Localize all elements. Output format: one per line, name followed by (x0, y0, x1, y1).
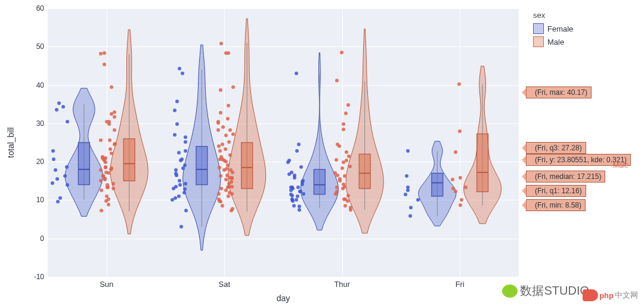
data-point[interactable] (219, 187, 223, 190)
data-point[interactable] (57, 101, 61, 105)
data-point[interactable] (301, 179, 305, 183)
data-point[interactable] (227, 104, 230, 107)
data-point[interactable] (173, 109, 177, 112)
data-point[interactable] (405, 174, 408, 178)
data-point[interactable] (113, 142, 117, 146)
data-point[interactable] (454, 190, 457, 193)
data-point[interactable] (228, 176, 232, 180)
data-point[interactable] (177, 151, 181, 154)
data-point[interactable] (177, 194, 181, 198)
data-point[interactable] (404, 193, 407, 196)
data-point[interactable] (457, 82, 461, 86)
data-point[interactable] (346, 103, 350, 107)
data-point[interactable] (99, 138, 103, 142)
data-point[interactable] (464, 186, 467, 189)
data-point[interactable] (183, 187, 187, 191)
data-point[interactable] (103, 51, 106, 55)
legend[interactable]: sex Female Male (533, 11, 573, 50)
data-point[interactable] (179, 225, 183, 228)
data-point[interactable] (112, 182, 115, 186)
data-point[interactable] (406, 186, 410, 189)
data-point[interactable] (51, 181, 54, 185)
data-point[interactable] (454, 150, 457, 154)
data-point[interactable] (335, 186, 339, 189)
data-point[interactable] (108, 138, 112, 142)
data-point[interactable] (217, 197, 221, 201)
data-point[interactable] (219, 174, 222, 178)
data-point[interactable] (224, 178, 228, 181)
data-point[interactable] (216, 128, 220, 132)
data-point[interactable] (335, 190, 339, 193)
data-point[interactable] (217, 192, 221, 196)
data-point[interactable] (296, 194, 299, 198)
data-point[interactable] (218, 166, 221, 169)
data-point[interactable] (292, 204, 296, 208)
data-point[interactable] (344, 112, 348, 115)
data-point[interactable] (180, 157, 184, 161)
data-point[interactable] (342, 122, 345, 126)
data-point[interactable] (299, 190, 302, 193)
data-point[interactable] (459, 176, 462, 180)
data-point[interactable] (458, 129, 462, 133)
data-point[interactable] (65, 165, 69, 169)
data-point[interactable] (99, 179, 103, 183)
data-point[interactable] (345, 159, 348, 162)
data-point[interactable] (460, 198, 463, 202)
data-point[interactable] (106, 183, 109, 187)
data-point[interactable] (55, 108, 58, 112)
data-point[interactable] (113, 128, 116, 132)
data-point[interactable] (231, 85, 235, 89)
data-point[interactable] (58, 196, 62, 200)
data-point[interactable] (298, 205, 301, 208)
data-point[interactable] (110, 85, 113, 89)
data-point[interactable] (406, 188, 410, 192)
data-point[interactable] (451, 187, 455, 190)
data-point[interactable] (218, 149, 222, 153)
data-point[interactable] (230, 185, 234, 188)
data-point[interactable] (184, 182, 187, 186)
data-point[interactable] (342, 128, 345, 131)
data-point[interactable] (406, 149, 410, 153)
data-point[interactable] (226, 163, 230, 167)
data-point[interactable] (56, 200, 60, 203)
data-point[interactable] (348, 165, 352, 168)
data-point[interactable] (110, 166, 113, 170)
data-point[interactable] (100, 188, 103, 192)
data-point[interactable] (295, 198, 298, 202)
data-point[interactable] (227, 194, 230, 198)
data-point[interactable] (408, 214, 412, 218)
data-point[interactable] (409, 206, 413, 209)
data-point[interactable] (343, 204, 347, 208)
data-point[interactable] (182, 191, 186, 194)
data-point[interactable] (287, 159, 291, 162)
data-point[interactable] (459, 203, 462, 207)
data-point[interactable] (184, 209, 188, 212)
data-point[interactable] (347, 154, 351, 158)
data-point[interactable] (221, 143, 224, 146)
data-point[interactable] (101, 174, 105, 178)
data-point[interactable] (226, 117, 230, 120)
data-point[interactable] (293, 174, 296, 177)
data-point[interactable] (178, 183, 182, 187)
data-point[interactable] (335, 158, 338, 162)
data-point[interactable] (231, 132, 235, 136)
data-point[interactable] (224, 147, 227, 151)
data-point[interactable] (99, 168, 103, 172)
data-point[interactable] (342, 183, 345, 186)
data-point[interactable] (336, 143, 339, 146)
plot-area[interactable]: 60 50 40 30 20 10 0 -10 Sun Sat Thur Fri… (48, 8, 519, 277)
data-point[interactable] (345, 150, 348, 154)
data-point[interactable] (297, 143, 301, 146)
data-point[interactable] (173, 133, 177, 137)
data-point[interactable] (178, 67, 181, 70)
data-point[interactable] (298, 208, 301, 212)
data-point[interactable] (338, 177, 342, 181)
data-point[interactable] (55, 177, 59, 181)
legend-entry-male[interactable]: Male (533, 36, 573, 47)
data-point[interactable] (51, 149, 55, 153)
data-point[interactable] (451, 178, 454, 181)
data-point[interactable] (52, 157, 55, 161)
data-point[interactable] (224, 134, 228, 137)
data-point[interactable] (181, 166, 185, 170)
data-point[interactable] (175, 100, 179, 103)
